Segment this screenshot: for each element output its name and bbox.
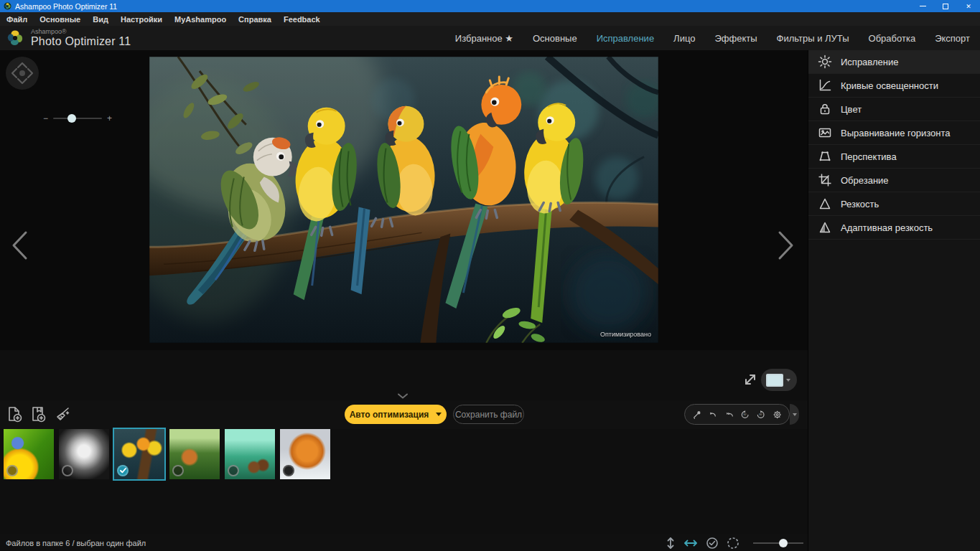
quick-tools-caret-button[interactable] (790, 404, 799, 425)
fit-height-icon[interactable] (666, 537, 676, 550)
select-circle-icon[interactable] (172, 465, 184, 476)
fullscreen-icon[interactable] (742, 372, 758, 387)
tab-favorites[interactable]: Избранное ★ (455, 33, 513, 44)
svg-text:90°: 90° (759, 413, 763, 416)
curves-icon (818, 78, 832, 93)
undo-icon[interactable] (708, 408, 717, 422)
rotate-right-icon[interactable]: 90° (756, 408, 765, 422)
thumbnail-forest-bears[interactable] (225, 429, 275, 479)
tab-correction[interactable]: Исправление (597, 33, 654, 44)
sidebar-item-sharpen[interactable]: Резкость (808, 192, 980, 216)
auto-optimize-caret-icon[interactable] (436, 413, 442, 416)
photo-canvas[interactable]: Оптимизировано (149, 57, 658, 343)
menu-myashampoo[interactable]: MyAshampoo (174, 15, 226, 24)
add-folder-icon[interactable] (29, 405, 47, 423)
thumbnail-butterfly-flower[interactable] (4, 429, 54, 479)
product-name: Photo Optimizer 11 (31, 35, 131, 47)
menu-view[interactable]: Вид (93, 15, 108, 24)
sidebar-item-crop[interactable]: Обрезание (808, 169, 980, 192)
perspective-icon (818, 149, 832, 164)
tab-export[interactable]: Экспорт (935, 33, 970, 44)
add-file-icon[interactable] (6, 405, 24, 423)
horizon-image-icon (818, 126, 832, 140)
menu-basic[interactable]: Основные (39, 15, 80, 24)
quick-tools-caret-icon (793, 413, 797, 416)
rotate-left-icon[interactable]: 90° (740, 408, 750, 422)
clean-broom-icon[interactable] (53, 405, 71, 423)
sidebar-item-label: Кривые освещенности (841, 80, 938, 91)
sidebar-item-label: Исправление (841, 57, 898, 67)
zoom-out-icon[interactable]: − (43, 114, 48, 123)
auto-optimize-label: Авто оптимизация (350, 410, 429, 420)
auto-optimize-button[interactable]: Авто оптимизация (345, 405, 447, 424)
select-circle-icon[interactable] (228, 465, 239, 476)
pan-control[interactable] (5, 56, 39, 90)
main-tabs: Избранное ★ Основные Исправление Лицо Эф… (455, 33, 970, 44)
zoom-control: − + (43, 114, 112, 123)
retouch-wand-icon[interactable] (692, 408, 701, 422)
close-button[interactable]: ✕ (957, 0, 980, 12)
show-optimized-filter-icon[interactable] (706, 537, 719, 550)
quick-tools-pill: 90° 90° (684, 404, 790, 425)
fit-width-icon[interactable] (683, 538, 698, 548)
next-image-button[interactable] (775, 230, 797, 261)
window-title: Ashampoo Photo Optimizer 11 (15, 2, 117, 11)
sidebar-item-light-curves[interactable]: Кривые освещенности (808, 74, 980, 98)
settings-gear-icon[interactable] (773, 408, 782, 422)
brand-logo-icon (6, 29, 24, 47)
statusbar: Файлов в папке 6 / выбран один файл (0, 534, 808, 551)
tab-face[interactable]: Лицо (673, 33, 695, 44)
thumbnail-squirrel-forest[interactable] (169, 429, 220, 479)
single-view-icon (766, 374, 783, 387)
menu-settings[interactable]: Настройки (121, 15, 162, 24)
collapse-preview-chevron-icon[interactable] (396, 393, 409, 399)
thumbnail-tiger-snow[interactable] (280, 429, 330, 479)
thumbnail-white-tiger[interactable] (59, 429, 109, 479)
tab-effects[interactable]: Эффекты (714, 33, 757, 44)
sidebar-item-label: Резкость (841, 199, 879, 209)
sidebar-item-correction[interactable]: Исправление (808, 50, 980, 74)
compare-view-toggle[interactable] (761, 369, 797, 391)
tab-basic[interactable]: Основные (533, 33, 577, 44)
sidebar-item-perspective[interactable]: Перспектива (808, 145, 980, 169)
maximize-button[interactable] (934, 0, 957, 12)
sidebar-item-label: Перспектива (841, 151, 897, 162)
crop-icon (818, 173, 832, 187)
menu-file[interactable]: Файл (6, 15, 27, 24)
tab-processing[interactable]: Обработка (869, 33, 916, 44)
sidebar-item-label: Адаптивная резкость (841, 222, 933, 233)
save-file-button[interactable]: Сохранить файл (453, 405, 524, 424)
compare-caret-icon[interactable] (786, 379, 790, 382)
previous-image-button[interactable] (9, 230, 30, 261)
thumbnail-size-knob[interactable] (779, 539, 788, 547)
file-count-status: Файлов в папке 6 / выбран один файл (6, 539, 146, 547)
thumbnail-size-slider[interactable] (753, 542, 803, 544)
sidebar-item-color[interactable]: Цвет (808, 98, 980, 121)
bottom-toolbar: Авто оптимизация Сохранить файл (0, 400, 808, 429)
minimize-button[interactable] (911, 0, 934, 12)
sidebar-item-label: Цвет (841, 104, 862, 115)
menu-feedback[interactable]: Feedback (284, 15, 320, 24)
zoom-slider[interactable] (53, 118, 102, 119)
undo-all-icon[interactable] (724, 408, 734, 422)
zoom-slider-knob[interactable] (67, 114, 76, 123)
select-circle-icon[interactable] (6, 465, 18, 476)
rotate-selection-icon[interactable] (727, 537, 739, 550)
optimized-badge: Оптимизировано (600, 331, 651, 338)
sidebar-item-adaptive-sharpen[interactable]: Адаптивная резкость (808, 216, 980, 240)
selected-check-icon[interactable] (117, 465, 129, 476)
svg-text:90°: 90° (743, 413, 747, 416)
photo-parrots (149, 57, 658, 343)
thumbnail-parrots-selected[interactable] (114, 429, 164, 479)
preview-area: Оптимизировано − + (0, 50, 808, 350)
select-circle-icon[interactable] (283, 465, 294, 476)
menu-help[interactable]: Справка (238, 15, 271, 24)
tab-filters-luts[interactable]: Фильтры и ЛУТы (777, 33, 849, 44)
titlebar: Ashampoo Photo Optimizer 11 ✕ (0, 0, 980, 12)
sidebar-item-horizon-align[interactable]: Выравнивание горизонта (808, 121, 980, 145)
workspace-panel: Оптимизировано − + (0, 50, 808, 551)
thumbnail-strip (4, 429, 330, 479)
select-circle-icon[interactable] (62, 465, 73, 476)
app-icon (4, 2, 11, 10)
zoom-in-icon[interactable]: + (107, 114, 112, 123)
